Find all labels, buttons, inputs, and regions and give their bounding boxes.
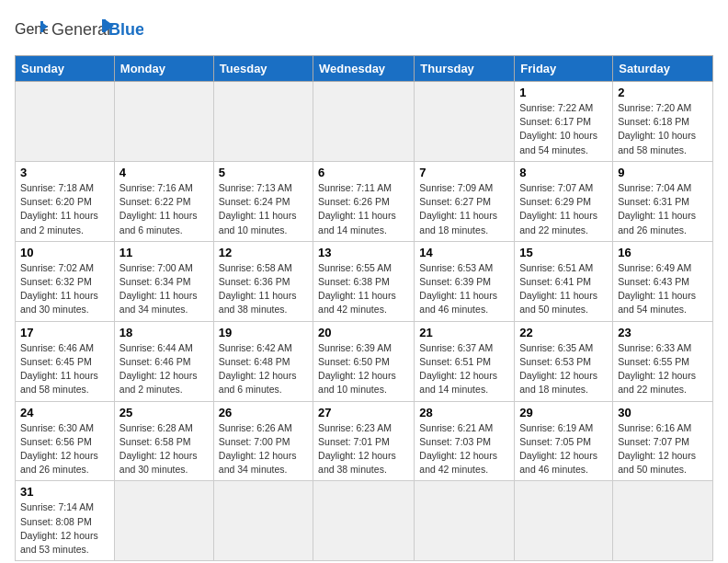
calendar-cell [213, 82, 313, 162]
day-number: 7 [419, 166, 509, 179]
calendar-cell: 20Sunrise: 6:39 AM Sunset: 6:50 PM Dayli… [313, 321, 415, 401]
day-info: Sunrise: 6:58 AM Sunset: 6:36 PM Dayligh… [219, 261, 308, 317]
day-info: Sunrise: 7:20 AM Sunset: 6:18 PM Dayligh… [618, 101, 708, 157]
weekday-header-sunday: Sunday [16, 56, 115, 82]
day-info: Sunrise: 7:18 AM Sunset: 6:20 PM Dayligh… [20, 181, 109, 237]
day-number: 1 [519, 86, 608, 99]
calendar-cell: 14Sunrise: 6:53 AM Sunset: 6:39 PM Dayli… [415, 241, 515, 321]
day-number: 29 [519, 406, 608, 419]
day-number: 4 [119, 166, 209, 179]
day-info: Sunrise: 7:16 AM Sunset: 6:22 PM Dayligh… [119, 181, 209, 237]
day-number: 26 [219, 406, 308, 419]
svg-text:Blue: Blue [108, 20, 143, 39]
calendar-cell [613, 481, 713, 561]
day-number: 30 [618, 406, 708, 419]
day-info: Sunrise: 7:09 AM Sunset: 6:27 PM Dayligh… [419, 181, 509, 237]
calendar-week-row: 3Sunrise: 7:18 AM Sunset: 6:20 PM Daylig… [16, 161, 713, 241]
day-number: 23 [618, 326, 708, 339]
day-info: Sunrise: 6:46 AM Sunset: 6:45 PM Dayligh… [20, 341, 109, 397]
calendar-cell: 25Sunrise: 6:28 AM Sunset: 6:58 PM Dayli… [114, 401, 213, 481]
calendar-cell: 27Sunrise: 6:23 AM Sunset: 7:01 PM Dayli… [313, 401, 415, 481]
calendar-cell: 18Sunrise: 6:44 AM Sunset: 6:46 PM Dayli… [114, 321, 213, 401]
day-info: Sunrise: 6:19 AM Sunset: 7:05 PM Dayligh… [519, 421, 608, 477]
day-number: 2 [618, 86, 708, 99]
svg-text:General: General [51, 20, 110, 39]
day-info: Sunrise: 7:14 AM Sunset: 8:08 PM Dayligh… [20, 500, 109, 557]
calendar-week-row: 31Sunrise: 7:14 AM Sunset: 8:08 PM Dayli… [16, 481, 713, 561]
day-number: 21 [419, 326, 509, 339]
calendar-cell: 8Sunrise: 7:07 AM Sunset: 6:29 PM Daylig… [515, 161, 613, 241]
calendar-cell [16, 82, 115, 162]
calendar-cell: 13Sunrise: 6:55 AM Sunset: 6:38 PM Dayli… [313, 241, 415, 321]
calendar-week-row: 1Sunrise: 7:22 AM Sunset: 6:17 PM Daylig… [16, 82, 713, 162]
day-info: Sunrise: 6:26 AM Sunset: 7:00 PM Dayligh… [219, 421, 308, 477]
weekday-header-thursday: Thursday [415, 56, 515, 82]
calendar-cell [515, 481, 613, 561]
calendar-cell: 23Sunrise: 6:33 AM Sunset: 6:55 PM Dayli… [613, 321, 713, 401]
day-info: Sunrise: 6:21 AM Sunset: 7:03 PM Dayligh… [419, 421, 509, 477]
day-info: Sunrise: 6:33 AM Sunset: 6:55 PM Dayligh… [618, 341, 708, 397]
day-number: 27 [318, 406, 409, 419]
day-info: Sunrise: 6:30 AM Sunset: 6:56 PM Dayligh… [20, 421, 109, 477]
weekday-header-monday: Monday [114, 56, 213, 82]
calendar-cell: 12Sunrise: 6:58 AM Sunset: 6:36 PM Dayli… [213, 241, 313, 321]
day-number: 17 [20, 326, 109, 339]
logo-icon: General [15, 17, 48, 43]
day-info: Sunrise: 7:07 AM Sunset: 6:29 PM Dayligh… [519, 181, 608, 237]
header: General General Blue [15, 15, 713, 46]
calendar-cell: 2Sunrise: 7:20 AM Sunset: 6:18 PM Daylig… [613, 82, 713, 162]
day-number: 5 [219, 166, 308, 179]
calendar-cell: 28Sunrise: 6:21 AM Sunset: 7:03 PM Dayli… [415, 401, 515, 481]
calendar-cell [114, 481, 213, 561]
day-info: Sunrise: 6:28 AM Sunset: 6:58 PM Dayligh… [119, 421, 209, 477]
weekday-header-saturday: Saturday [613, 56, 713, 82]
calendar-week-row: 24Sunrise: 6:30 AM Sunset: 6:56 PM Dayli… [16, 401, 713, 481]
calendar-cell: 1Sunrise: 7:22 AM Sunset: 6:17 PM Daylig… [515, 82, 613, 162]
day-info: Sunrise: 6:49 AM Sunset: 6:43 PM Dayligh… [618, 261, 708, 317]
day-info: Sunrise: 6:35 AM Sunset: 6:53 PM Dayligh… [519, 341, 608, 397]
day-number: 10 [20, 246, 109, 259]
day-info: Sunrise: 7:11 AM Sunset: 6:26 PM Dayligh… [318, 181, 409, 237]
svg-rect-6 [102, 19, 106, 32]
calendar-table: SundayMondayTuesdayWednesdayThursdayFrid… [15, 55, 713, 561]
day-info: Sunrise: 6:44 AM Sunset: 6:46 PM Dayligh… [119, 341, 209, 397]
day-number: 16 [618, 246, 708, 259]
calendar-week-row: 10Sunrise: 7:02 AM Sunset: 6:32 PM Dayli… [16, 241, 713, 321]
calendar-cell: 6Sunrise: 7:11 AM Sunset: 6:26 PM Daylig… [313, 161, 415, 241]
day-info: Sunrise: 6:37 AM Sunset: 6:51 PM Dayligh… [419, 341, 509, 397]
calendar-cell [415, 82, 515, 162]
calendar-cell [415, 481, 515, 561]
calendar-cell: 24Sunrise: 6:30 AM Sunset: 6:56 PM Dayli… [16, 401, 115, 481]
day-info: Sunrise: 6:55 AM Sunset: 6:38 PM Dayligh… [318, 261, 409, 317]
day-number: 12 [219, 246, 308, 259]
day-number: 15 [519, 246, 608, 259]
calendar-cell: 30Sunrise: 6:16 AM Sunset: 7:07 PM Dayli… [613, 401, 713, 481]
day-number: 11 [119, 246, 209, 259]
calendar-cell: 15Sunrise: 6:51 AM Sunset: 6:41 PM Dayli… [515, 241, 613, 321]
calendar-cell: 19Sunrise: 6:42 AM Sunset: 6:48 PM Dayli… [213, 321, 313, 401]
calendar-cell: 11Sunrise: 7:00 AM Sunset: 6:34 PM Dayli… [114, 241, 213, 321]
calendar-cell: 9Sunrise: 7:04 AM Sunset: 6:31 PM Daylig… [613, 161, 713, 241]
calendar-cell [313, 481, 415, 561]
day-number: 19 [219, 326, 308, 339]
calendar-cell: 16Sunrise: 6:49 AM Sunset: 6:43 PM Dayli… [613, 241, 713, 321]
weekday-header-wednesday: Wednesday [313, 56, 415, 82]
day-number: 20 [318, 326, 409, 339]
logo: General General Blue [15, 15, 143, 46]
day-info: Sunrise: 7:02 AM Sunset: 6:32 PM Dayligh… [20, 261, 109, 317]
day-info: Sunrise: 6:51 AM Sunset: 6:41 PM Dayligh… [519, 261, 608, 317]
calendar-cell: 7Sunrise: 7:09 AM Sunset: 6:27 PM Daylig… [415, 161, 515, 241]
calendar-cell [114, 82, 213, 162]
day-info: Sunrise: 7:22 AM Sunset: 6:17 PM Dayligh… [519, 101, 608, 157]
day-info: Sunrise: 6:23 AM Sunset: 7:01 PM Dayligh… [318, 421, 409, 477]
calendar-cell [213, 481, 313, 561]
weekday-header-tuesday: Tuesday [213, 56, 313, 82]
day-number: 13 [318, 246, 409, 259]
day-info: Sunrise: 6:16 AM Sunset: 7:07 PM Dayligh… [618, 421, 708, 477]
calendar-cell: 10Sunrise: 7:02 AM Sunset: 6:32 PM Dayli… [16, 241, 115, 321]
day-number: 6 [318, 166, 409, 179]
day-number: 25 [119, 406, 209, 419]
day-info: Sunrise: 6:39 AM Sunset: 6:50 PM Dayligh… [318, 341, 409, 397]
weekday-header-friday: Friday [515, 56, 613, 82]
svg-rect-2 [40, 21, 43, 32]
